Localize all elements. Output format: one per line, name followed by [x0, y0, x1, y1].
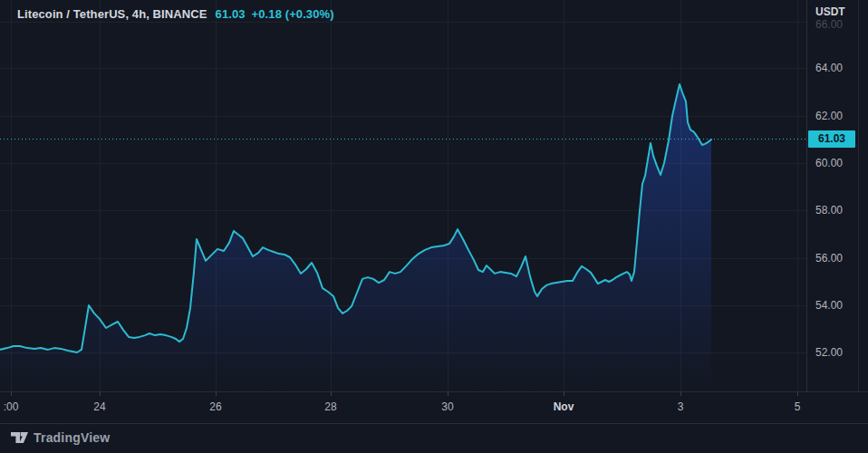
- y-axis-label: 64.00: [815, 61, 843, 75]
- tradingview-widget: Litecoin / TetherUS, 4h, BINANCE61.03+0.…: [0, 0, 868, 453]
- time-axis[interactable]: :0024262830Nov35: [0, 391, 868, 424]
- x-axis-label: 24: [93, 400, 105, 413]
- x-axis-tick: [216, 392, 217, 396]
- y-axis-label: 56.00: [815, 251, 843, 265]
- y-axis-label-66: 66.00: [815, 18, 843, 31]
- x-axis-tick: [680, 392, 681, 396]
- quote-currency-label: USDT: [815, 5, 847, 19]
- tradingview-logo-icon: [11, 431, 28, 445]
- x-axis-label: 30: [441, 400, 453, 413]
- x-axis-label: 28: [324, 400, 336, 413]
- header-price-change: +0.18 (+0.30%): [252, 7, 334, 21]
- price-chart-canvas: [0, 0, 806, 391]
- x-axis-label: 5: [795, 400, 801, 413]
- symbol-header: Litecoin / TetherUS, 4h, BINANCE61.03+0.…: [17, 7, 334, 21]
- last-price-badge: 61.03: [808, 130, 855, 148]
- tradingview-logo-text: TradingView: [34, 430, 110, 445]
- x-axis-tick: [564, 392, 564, 396]
- x-axis-label: :00: [4, 400, 19, 413]
- x-axis-tick: [100, 392, 101, 396]
- y-axis-label: 60.00: [815, 156, 843, 170]
- x-axis-tick: [797, 392, 798, 396]
- x-axis-tick: [448, 392, 448, 396]
- y-axis-label: 52.00: [815, 345, 843, 360]
- tradingview-logo-link[interactable]: TradingView: [11, 430, 110, 445]
- x-axis-tick: [11, 392, 12, 396]
- y-axis-label: 62.00: [815, 109, 843, 123]
- x-axis-label: 26: [209, 400, 221, 413]
- area-fill: [0, 84, 711, 391]
- x-axis-label: 3: [678, 400, 684, 413]
- y-axis-label: 54.00: [815, 298, 843, 313]
- x-axis-label: Nov: [554, 400, 574, 413]
- chart-pane[interactable]: Litecoin / TetherUS, 4h, BINANCE61.03+0.…: [0, 0, 806, 391]
- x-axis-tick: [331, 392, 332, 396]
- header-last-price: 61.03: [216, 7, 246, 21]
- symbol-title[interactable]: Litecoin / TetherUS, 4h, BINANCE: [17, 7, 207, 21]
- y-axis-label: 58.00: [815, 203, 843, 217]
- right-edge-divider: [858, 0, 859, 424]
- footer-toolbar: TradingView: [0, 424, 868, 453]
